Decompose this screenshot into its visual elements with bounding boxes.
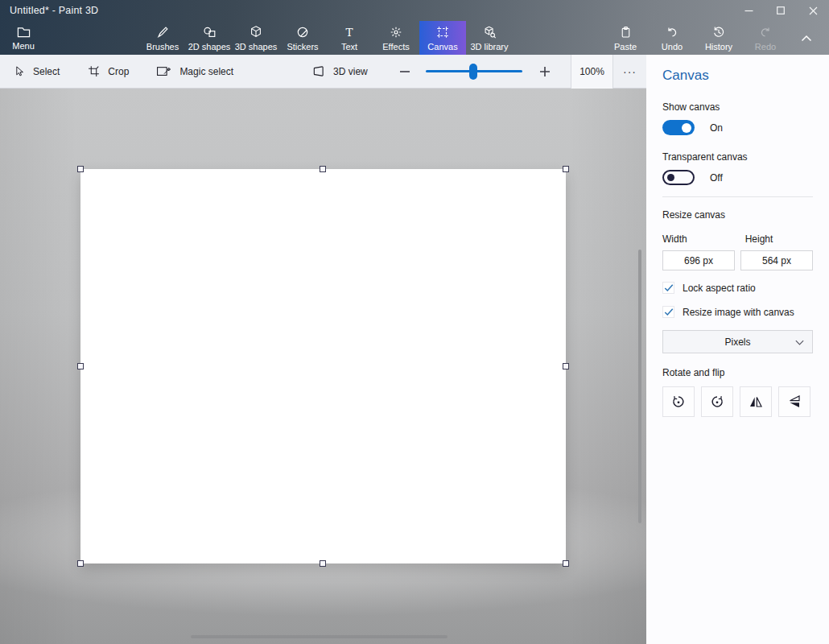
- zoom-slider[interactable]: [426, 70, 522, 72]
- tab-label: Canvas: [427, 42, 457, 52]
- flip-vertical-button[interactable]: [778, 386, 810, 417]
- tool-options-bar: Select Crop Magic select 3D view 100% ··…: [0, 55, 646, 89]
- drawing-canvas[interactable]: [80, 169, 566, 564]
- units-value: Pixels: [724, 336, 750, 348]
- tab-label: 3D shapes: [235, 42, 278, 52]
- transparent-canvas-label: Transparent canvas: [662, 151, 813, 163]
- undo-button[interactable]: Undo: [649, 21, 695, 55]
- select-tool-button[interactable]: Select: [13, 64, 60, 78]
- resize-image-row[interactable]: Resize image with canvas: [662, 306, 813, 318]
- magic-select-button[interactable]: Magic select: [156, 65, 233, 78]
- tab-text[interactable]: T Text: [326, 21, 373, 55]
- canvas-side-panel: Canvas Show canvas On Transparent canvas…: [646, 55, 829, 644]
- flip-horizontal-button[interactable]: [740, 386, 772, 417]
- canvas-handle-nw[interactable]: [77, 166, 84, 172]
- zoom-value: 100%: [579, 66, 604, 77]
- rotate-left-button[interactable]: [662, 386, 695, 417]
- magic-select-icon: [156, 65, 172, 78]
- toggle-knob: [682, 123, 691, 133]
- crop-tool-button[interactable]: Crop: [87, 64, 129, 78]
- chevron-up-icon: [801, 35, 812, 42]
- rotate-left-icon: [670, 394, 687, 410]
- maximize-button[interactable]: [765, 0, 797, 21]
- tab-label: Effects: [382, 42, 409, 52]
- plus-icon: [538, 65, 551, 78]
- tab-stickers[interactable]: Stickers: [279, 21, 326, 55]
- canvas-handle-se[interactable]: [563, 560, 569, 567]
- show-canvas-label: Show canvas: [662, 101, 813, 113]
- transparent-canvas-state: Off: [710, 172, 723, 184]
- panel-title: Canvas: [662, 68, 813, 84]
- paste-button[interactable]: Paste: [602, 21, 649, 55]
- more-options-button[interactable]: ···: [613, 55, 646, 89]
- checkmark-icon: [664, 283, 674, 292]
- history-button[interactable]: History: [695, 21, 742, 55]
- lock-aspect-checkbox[interactable]: [662, 282, 674, 294]
- canvas-handle-sw[interactable]: [77, 560, 84, 567]
- resize-canvas-label: Resize canvas: [662, 209, 813, 221]
- show-canvas-toggle[interactable]: [662, 120, 695, 135]
- collapse-ribbon-button[interactable]: [789, 21, 824, 55]
- crop-icon: [87, 64, 101, 78]
- zoom-out-button[interactable]: [398, 65, 411, 78]
- select-label: Select: [33, 66, 60, 77]
- menu-button[interactable]: Menu: [0, 21, 47, 55]
- canvas-handle-ne[interactable]: [563, 166, 569, 172]
- lock-aspect-label: Lock aspect ratio: [683, 283, 756, 294]
- tab-3d-library[interactable]: 3D library: [466, 21, 513, 55]
- units-dropdown[interactable]: Pixels: [662, 330, 813, 353]
- horizontal-scrollbar[interactable]: [191, 635, 447, 638]
- workspace[interactable]: [0, 89, 646, 644]
- brush-icon: [155, 25, 170, 39]
- 3d-view-label: 3D view: [333, 66, 368, 77]
- redo-icon: [758, 25, 773, 39]
- action-label: History: [705, 42, 732, 52]
- action-label: Undo: [662, 42, 683, 52]
- history-icon: [711, 25, 726, 39]
- window-title: Untitled* - Paint 3D: [0, 5, 98, 16]
- rotate-right-button[interactable]: [701, 386, 733, 417]
- tab-label: Text: [341, 42, 357, 52]
- minus-icon: [398, 65, 411, 78]
- panel-divider: [662, 196, 813, 197]
- action-label: Paste: [614, 42, 637, 52]
- tab-label: Brushes: [146, 42, 179, 52]
- resize-image-label: Resize image with canvas: [683, 307, 794, 318]
- show-canvas-state: On: [710, 122, 723, 134]
- minimize-button[interactable]: [732, 0, 765, 21]
- toggle-knob: [667, 174, 674, 181]
- 3d-shapes-icon: [249, 24, 263, 39]
- width-input[interactable]: [662, 250, 735, 270]
- resize-image-checkbox[interactable]: [662, 306, 674, 318]
- checkmark-icon: [664, 308, 674, 316]
- redo-button[interactable]: Redo: [742, 21, 789, 55]
- maximize-icon: [777, 6, 785, 14]
- lock-aspect-ratio-row[interactable]: Lock aspect ratio: [662, 282, 813, 294]
- zoom-in-button[interactable]: [538, 65, 551, 78]
- vertical-scrollbar[interactable]: [638, 250, 641, 523]
- effects-icon: [389, 25, 403, 39]
- 3d-view-button[interactable]: 3D view: [311, 65, 368, 77]
- tab-label: Stickers: [287, 42, 318, 52]
- window-controls: [732, 0, 829, 21]
- transparent-canvas-toggle[interactable]: [662, 170, 695, 185]
- sticker-icon: [295, 25, 310, 39]
- tab-effects[interactable]: Effects: [373, 21, 419, 55]
- canvas-handle-s[interactable]: [320, 560, 326, 567]
- zoom-slider-thumb[interactable]: [469, 64, 477, 80]
- canvas-handle-w[interactable]: [77, 363, 84, 369]
- canvas-handle-n[interactable]: [320, 166, 326, 172]
- title-bar: Untitled* - Paint 3D: [0, 0, 829, 21]
- zoom-percentage-button[interactable]: 100%: [571, 55, 613, 89]
- tab-brushes[interactable]: Brushes: [139, 21, 186, 55]
- canvas-handle-e[interactable]: [563, 363, 569, 369]
- tab-2d-shapes[interactable]: 2D shapes: [186, 21, 233, 55]
- close-button[interactable]: [797, 0, 829, 21]
- tab-3d-shapes[interactable]: 3D shapes: [233, 21, 279, 55]
- undo-icon: [665, 25, 679, 39]
- tab-canvas[interactable]: Canvas: [419, 21, 466, 55]
- action-label: Redo: [755, 42, 776, 52]
- select-cursor-icon: [13, 64, 26, 78]
- app-header: Untitled* - Paint 3D Menu: [0, 0, 829, 55]
- height-input[interactable]: [740, 250, 813, 270]
